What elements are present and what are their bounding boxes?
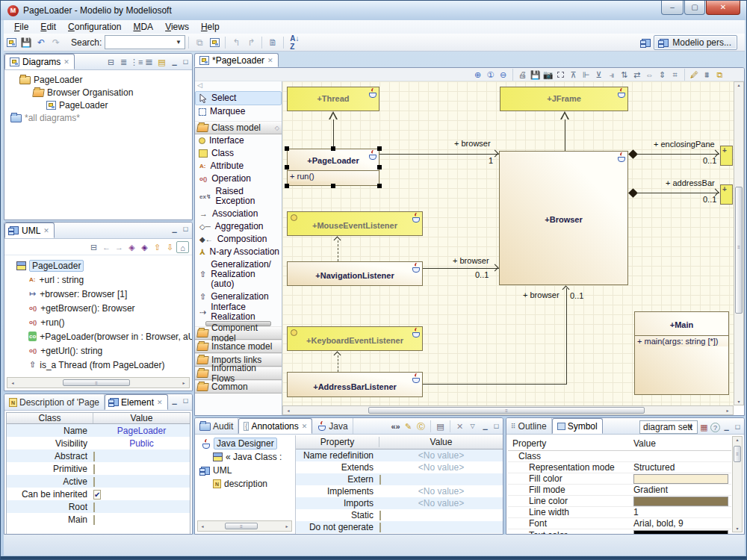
uml-horizontal-scrollbar[interactable]: ◂ ≡ ▸ — [7, 377, 190, 388]
tree-item[interactable]: o() +getBrowser(): Browser — [4, 301, 192, 315]
distribute-v-icon[interactable]: ⇅ — [618, 69, 630, 81]
palette-section-component-model[interactable]: Component model — [195, 326, 282, 340]
tree-item[interactable]: ⇧ is_a Thread (from PageLoader) — [4, 358, 192, 372]
selection-handle[interactable] — [331, 146, 335, 151]
combo-dropdown-icon[interactable]: ▼ — [685, 422, 696, 433]
sort-tree-icon[interactable]: ⋮≡ — [130, 56, 143, 68]
checkbox[interactable] — [93, 452, 95, 461]
color-swatch[interactable] — [633, 474, 728, 484]
delete-icon[interactable]: ✕ — [453, 420, 466, 432]
close-tab-icon[interactable]: ✕ — [302, 423, 308, 430]
property-row[interactable]: Main — [7, 513, 190, 526]
palette-item-interface[interactable]: Interface — [195, 134, 282, 147]
palette-section-class-model[interactable]: Class model ◇ — [195, 121, 282, 134]
close-tab-icon[interactable]: ✕ — [43, 227, 49, 234]
class-mouseeventlistener[interactable]: +MouseEventListener — [287, 211, 423, 236]
menu-help[interactable]: Help — [195, 21, 226, 33]
filter-tree-icon[interactable]: 𝌆 — [143, 56, 155, 68]
canvas-horizontal-scrollbar[interactable]: ◂ ≡ ▸ — [282, 405, 734, 415]
search-dropdown-icon[interactable]: ▼ — [173, 37, 184, 48]
scroll-up-icon[interactable]: ▴ — [734, 82, 743, 87]
checkbox[interactable] — [379, 475, 381, 485]
minimize-view-icon[interactable]: ▁ — [722, 423, 731, 432]
forward-icon[interactable]: → — [113, 241, 125, 253]
tree-item[interactable]: PageLoader — [4, 99, 192, 111]
symbol-vertical-scrollbar[interactable]: ▴ ≡ ▾ — [732, 436, 743, 532]
palette-item-select[interactable]: Select — [195, 91, 282, 105]
association-link[interactable] — [379, 154, 499, 155]
property-row[interactable]: Visibility Public — [7, 437, 190, 449]
move-up-icon[interactable]: ⇧ — [151, 241, 164, 253]
style-brush-icon[interactable]: 🖉 — [688, 69, 701, 81]
tree-item[interactable]: *all diagrams* — [4, 111, 192, 124]
menu-edit[interactable]: Edit — [34, 21, 62, 33]
property-row[interactable]: Abstract — [7, 449, 190, 462]
property-row[interactable]: Line color — [508, 496, 731, 507]
class-browser[interactable]: +Browser — [499, 151, 628, 285]
scroll-right-icon[interactable]: ▸ — [722, 408, 733, 413]
minimize-view-icon[interactable]: ▁ — [170, 396, 179, 405]
zoom-out-icon[interactable]: ⊖ — [497, 69, 509, 81]
checkbox[interactable] — [379, 523, 381, 532]
open-diagram-icon[interactable] — [207, 36, 222, 49]
palette-section-instance-model[interactable]: Instance model — [195, 340, 282, 353]
maximize-view-icon[interactable]: ☐ — [181, 225, 190, 234]
association-link[interactable] — [566, 288, 567, 385]
palette-item-marquee[interactable]: Marquee — [195, 105, 282, 118]
maximize-view-icon[interactable]: ☐ — [733, 423, 743, 432]
copy-model-icon[interactable]: ⧉ — [192, 36, 207, 49]
perspective-button[interactable]: Modelio pers... — [654, 35, 737, 50]
scroll-left-icon[interactable]: ◂ — [198, 523, 207, 529]
tab-editor-pageloader[interactable]: *PageLoader ✕ — [194, 53, 279, 67]
checkbox[interactable] — [379, 511, 381, 520]
selection-handle[interactable] — [285, 165, 289, 169]
minimize-view-icon[interactable]: ▁ — [170, 225, 179, 234]
class-main[interactable]: +Main + main(args: string [*]) — [634, 311, 729, 395]
minimize-view-icon[interactable]: ▁ — [480, 422, 490, 431]
close-tab-icon[interactable]: ✕ — [157, 399, 163, 406]
palette-item-aggregation[interactable]: ◇─ Aggregation — [195, 220, 282, 233]
tree-item[interactable]: ↦ +browser: Browser [1] — [4, 287, 192, 301]
class-jframe[interactable]: +JFrame — [500, 87, 628, 111]
diagram-settings-combo[interactable]: diagram sett ▼ — [639, 420, 698, 434]
operation-row[interactable]: + main(args: string [*]) — [635, 335, 728, 346]
collapse-all-icon[interactable]: ⊟ — [105, 56, 117, 68]
generalization-link[interactable] — [565, 119, 565, 151]
scroll-right-icon[interactable]: ▸ — [282, 523, 291, 529]
palette-item-generalization[interactable]: ⇧ Generalization — [195, 290, 282, 303]
tab-symbol[interactable]: Symbol — [552, 418, 603, 434]
class-addressbarlistener[interactable]: +AddressBarListener — [287, 372, 423, 397]
association-link[interactable] — [423, 384, 567, 385]
select-area-icon[interactable] — [554, 69, 567, 81]
add-note-icon[interactable]: ✎ — [402, 420, 415, 432]
scroll-down-icon[interactable]: ▾ — [733, 526, 742, 531]
grid-icon[interactable]: ⩩ — [701, 69, 713, 81]
scroll-up-icon[interactable]: ▴ — [733, 437, 742, 442]
new-diagram-icon[interactable]: ▤ — [155, 56, 168, 68]
tree-item[interactable]: o() +run() — [4, 315, 192, 329]
palette-item-class[interactable]: Class — [195, 147, 282, 160]
column-header-property[interactable]: Property — [508, 438, 633, 449]
selection-handle[interactable] — [377, 165, 382, 169]
checkbox[interactable] — [93, 477, 95, 487]
property-row[interactable]: Name redefinition <No value> — [296, 449, 503, 461]
distribute-h-icon[interactable]: ⇄ — [630, 69, 643, 81]
property-row[interactable]: Name PageLoader — [7, 424, 190, 437]
column-header-value[interactable]: Value — [633, 438, 731, 449]
class-thread[interactable]: +Thread — [287, 87, 379, 111]
property-row[interactable]: Class — [508, 451, 731, 462]
operation-row[interactable]: + run() — [288, 170, 379, 181]
redo-icon[interactable]: ↷ — [49, 36, 63, 49]
align-top-icon[interactable]: ⊼ — [567, 69, 580, 81]
add-stereotype-icon[interactable]: «» — [389, 420, 402, 432]
scroll-left-icon[interactable]: ◂ — [283, 408, 294, 413]
menu-file[interactable]: File — [8, 21, 34, 33]
column-header-value[interactable]: Value — [93, 413, 190, 423]
column-header-value[interactable]: Value — [379, 437, 503, 447]
tab-annotations[interactable]: { Annotations ✕ — [238, 418, 312, 434]
palette-item-composition[interactable]: ◆← Composition — [195, 233, 282, 246]
tree-item[interactable]: Browser Organisation — [4, 86, 192, 99]
maximize-button[interactable]: ▢ — [684, 1, 705, 15]
color-swatch[interactable] — [633, 497, 728, 506]
tab-uml[interactable]: UML ✕ — [4, 223, 55, 238]
